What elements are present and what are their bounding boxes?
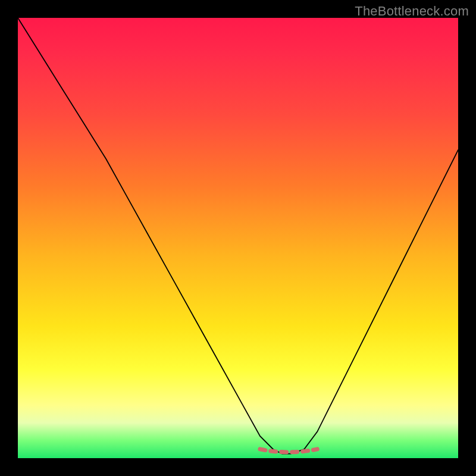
chart-stage: TheBottleneck.com [0,0,476,476]
chart-svg [18,18,458,458]
optimal-zone-dashed [260,449,317,452]
watermark-text: TheBottleneck.com [355,4,469,19]
bottleneck-curve [18,18,458,454]
chart-plot-area [18,18,458,458]
